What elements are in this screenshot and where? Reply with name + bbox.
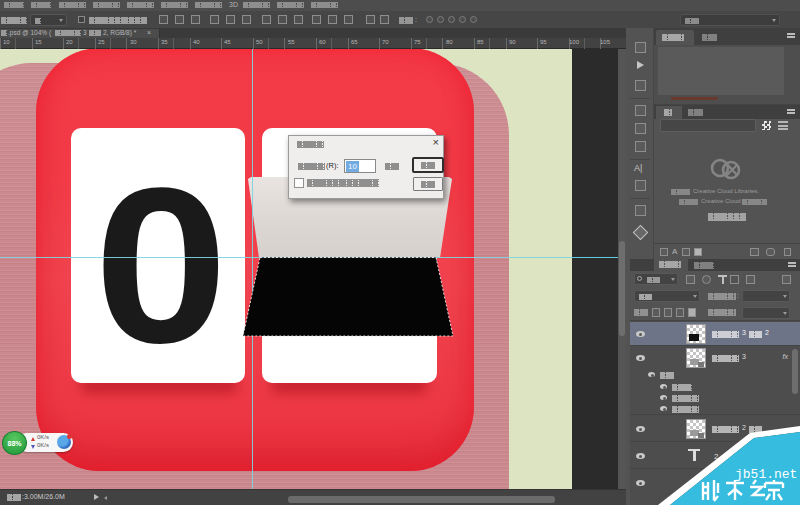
svg-text:jb51.net: jb51.net — [735, 467, 797, 482]
